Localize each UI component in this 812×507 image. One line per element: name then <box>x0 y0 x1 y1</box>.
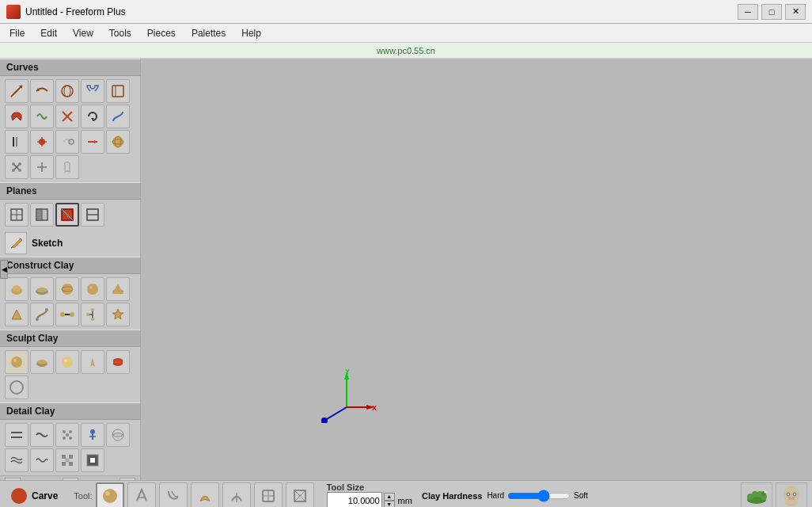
planes-header: Planes <box>0 182 140 200</box>
tool-btn-4[interactable] <box>191 482 219 508</box>
sculpt-tool-spike[interactable] <box>81 350 104 374</box>
construct-tool-star[interactable] <box>106 303 130 326</box>
sketch-icon[interactable] <box>5 232 27 254</box>
sidebar-scroll-up[interactable]: ▲ <box>5 478 21 480</box>
restore-button[interactable]: □ <box>761 4 782 20</box>
plane-tool-half[interactable] <box>30 203 54 227</box>
sculpt-tool-flat[interactable] <box>30 350 54 374</box>
menu-item-palettes[interactable]: Palettes <box>184 25 233 42</box>
curve-tool-ghost[interactable] <box>55 155 79 179</box>
detail-tool-human[interactable] <box>81 423 104 447</box>
viewport-gizmo: Y Z X <box>315 368 378 423</box>
svg-marker-68 <box>90 357 95 367</box>
titlebar-left: Untitled - Freeform Plus <box>6 5 126 19</box>
detail-tool-lines[interactable] <box>5 423 28 447</box>
tool-btn-1[interactable] <box>96 482 124 508</box>
svg-point-4 <box>64 86 70 97</box>
menu-item-edit[interactable]: Edit <box>32 25 65 42</box>
detail-tool-wavy[interactable] <box>30 423 54 447</box>
head-button[interactable] <box>776 482 807 508</box>
construct-tool-cone[interactable] <box>106 277 130 301</box>
curve-tool-blend[interactable] <box>106 105 130 128</box>
menu-item-pieces[interactable]: Pieces <box>139 25 184 42</box>
tool-btn-3[interactable] <box>159 482 188 508</box>
close-button[interactable]: ✕ <box>785 4 806 20</box>
construct-tool-branch[interactable] <box>81 303 104 326</box>
svg-rect-5 <box>112 86 123 97</box>
plane-tool-selected[interactable] <box>55 203 79 227</box>
hardness-section: Clay Hardness Hard Soft <box>422 490 588 501</box>
plane-tool-grid[interactable] <box>5 203 28 227</box>
svg-point-65 <box>37 360 47 364</box>
tool-btn-7[interactable] <box>286 482 314 508</box>
sketch-row: Sketch <box>0 230 140 257</box>
menu-item-help[interactable]: Help <box>233 25 269 42</box>
svg-rect-85 <box>69 455 73 459</box>
curve-tool-arrow2[interactable] <box>81 130 104 154</box>
detail-tool-dots[interactable] <box>55 423 79 447</box>
curve-tool-arrow-diag[interactable] <box>5 79 28 103</box>
detail-clay-header: Detail Clay <box>0 402 140 420</box>
svg-point-78 <box>66 433 69 436</box>
construct-tool-join[interactable] <box>55 303 79 326</box>
detail-tool-grid[interactable] <box>55 448 79 472</box>
worm-button[interactable] <box>741 482 772 508</box>
tool-size-up[interactable]: ▲ <box>384 493 395 501</box>
collapse-arrow[interactable]: ◀ <box>0 260 8 279</box>
main-layout: ◀ Curves <box>0 59 812 480</box>
curve-tool-closed[interactable] <box>106 79 130 103</box>
tool-btn-6[interactable] <box>254 482 283 508</box>
curve-tool-sphere[interactable] <box>55 79 79 103</box>
minimize-button[interactable]: ─ <box>738 4 758 20</box>
curve-tool-loop[interactable] <box>5 105 28 128</box>
curve-tool-insert[interactable] <box>30 130 54 154</box>
curve-tool-pipe[interactable] <box>30 105 54 128</box>
sidebar-scroll-down[interactable]: ▼ <box>63 478 78 480</box>
construct-tool-tri[interactable] <box>5 303 28 326</box>
curve-tool-node[interactable] <box>5 155 28 179</box>
curve-tool-arrow-left[interactable] <box>30 79 54 103</box>
svg-rect-84 <box>62 462 66 466</box>
svg-point-24 <box>18 162 21 166</box>
detail-tool-texture[interactable] <box>106 423 130 447</box>
construct-tool-flat[interactable] <box>30 277 54 301</box>
detail-tool-ripple[interactable] <box>5 448 28 472</box>
hardness-slider[interactable] <box>507 490 571 501</box>
svg-point-41 <box>13 285 21 292</box>
curve-tool-offset[interactable] <box>5 130 28 154</box>
construct-clay-section: Construct Clay <box>0 257 140 330</box>
curve-tool-rotate[interactable] <box>81 105 104 128</box>
curve-tool-end[interactable] <box>55 130 79 154</box>
detail-tool-wave2[interactable] <box>30 448 54 472</box>
tool-size-input[interactable] <box>327 492 382 508</box>
sculpt-clay-tools <box>0 347 140 402</box>
sculpt-tool-sphere[interactable] <box>5 350 28 374</box>
construct-tool-ball[interactable] <box>81 277 104 301</box>
svg-point-69 <box>115 360 121 364</box>
sculpt-tool-circle[interactable] <box>5 375 28 399</box>
plane-tool-split[interactable] <box>81 203 104 227</box>
sculpt-clay-header: Sculpt Clay <box>0 330 140 347</box>
detail-tool-mask[interactable] <box>81 448 104 472</box>
svg-text:Z: Z <box>321 417 326 423</box>
construct-tool-blob[interactable] <box>5 277 28 301</box>
tool-size-down[interactable]: ▼ <box>384 501 395 508</box>
menu-item-view[interactable]: View <box>65 25 101 42</box>
construct-tool-wire[interactable] <box>30 303 54 326</box>
svg-point-54 <box>60 312 65 317</box>
tool-size-spinner: ▲ ▼ <box>384 493 395 508</box>
sculpt-tool-round[interactable] <box>55 350 79 374</box>
tool-btn-2[interactable] <box>127 482 156 508</box>
sidebar-menu[interactable]: ≡ <box>120 478 135 480</box>
curve-tool-link[interactable] <box>81 79 104 103</box>
construct-tool-round[interactable] <box>55 277 79 301</box>
tool-btn-5[interactable] <box>222 482 251 508</box>
curve-tool-cut[interactable] <box>55 105 79 128</box>
sculpt-tool-gouge[interactable] <box>106 350 130 374</box>
menu-item-tools[interactable]: Tools <box>101 25 139 42</box>
curve-tool-sphere2[interactable] <box>106 130 130 154</box>
menu-item-file[interactable]: File <box>2 25 32 42</box>
curve-tool-arrow3[interactable] <box>30 155 54 179</box>
svg-point-26 <box>18 169 21 172</box>
tool-settings: Tool Size ▲ ▼ mm Clay Hardness Hard <box>327 482 588 508</box>
